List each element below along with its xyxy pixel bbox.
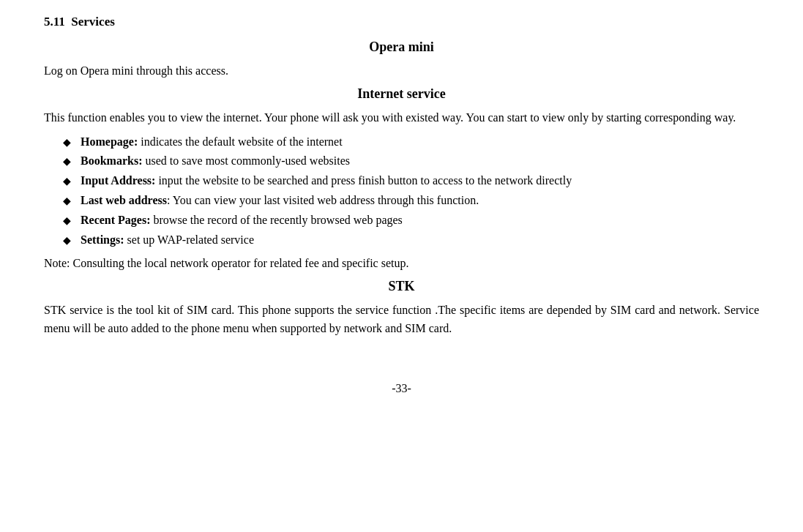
bullet-desc-2: input the website to be searched and pre…: [155, 174, 572, 187]
list-item: Bookmarks: used to save most commonly-us…: [66, 152, 759, 171]
bullet-desc-0: indicates the default website of the int…: [138, 135, 342, 148]
internet-bullet-list: Homepage: indicates the default website …: [66, 133, 759, 250]
page-number: -33-: [44, 382, 759, 395]
section-number: 5.11: [44, 15, 65, 29]
opera-heading: Opera mini: [369, 40, 434, 54]
list-item: Recent Pages: browse the record of the r…: [66, 211, 759, 230]
bullet-term-0: Homepage:: [81, 135, 138, 148]
list-item: Last web address: You can view your last…: [66, 192, 759, 210]
internet-heading: Internet service: [357, 86, 445, 101]
section-label: Services: [71, 15, 114, 29]
bullet-term-5: Settings:: [81, 233, 124, 246]
internet-paragraph: This function enables you to view the in…: [44, 109, 759, 127]
bullet-desc-3: : You can view your last visited web add…: [167, 194, 479, 206]
stk-paragraph: STK service is the tool kit of SIM card.…: [44, 301, 759, 338]
bullet-desc-4: browse the record of the recently browse…: [151, 214, 403, 226]
bullet-term-2: Input Address:: [81, 174, 155, 187]
list-item: Settings: set up WAP-related service: [66, 231, 759, 250]
bullet-term-4: Recent Pages:: [81, 214, 151, 226]
stk-heading: STK: [388, 279, 414, 293]
list-item: Homepage: indicates the default website …: [66, 133, 759, 151]
bullet-term-1: Bookmarks:: [81, 154, 142, 167]
section-title: 5.11 Services: [44, 15, 759, 29]
bullet-desc-5: set up WAP-related service: [124, 233, 254, 246]
bullet-term-3: Last web address: [81, 194, 167, 206]
opera-paragraph: Log on Opera mini through this access.: [44, 62, 759, 80]
list-item: Input Address: input the website to be s…: [66, 172, 759, 190]
bullet-desc-1: used to save most commonly-used websites: [142, 154, 350, 167]
note-text: Note: Consulting the local network opera…: [44, 255, 759, 273]
